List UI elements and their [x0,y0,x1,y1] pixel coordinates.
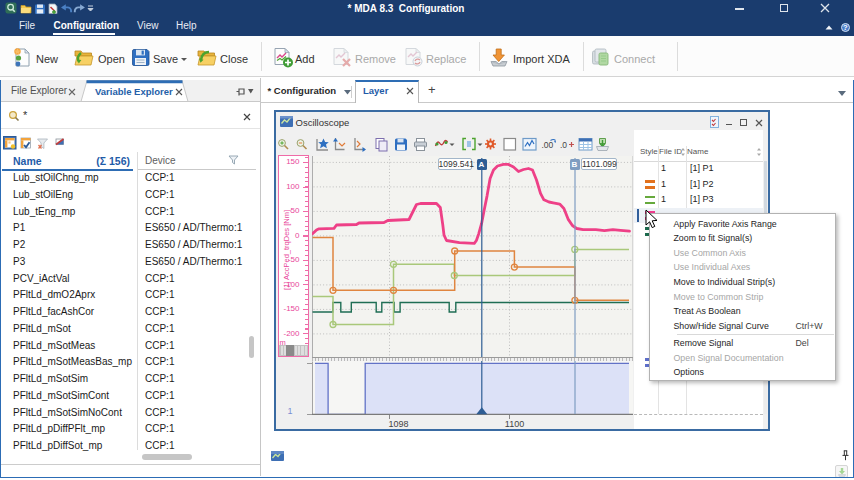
svg-text:.0: .0 [560,140,567,150]
svg-text:.00: .00 [541,140,553,150]
